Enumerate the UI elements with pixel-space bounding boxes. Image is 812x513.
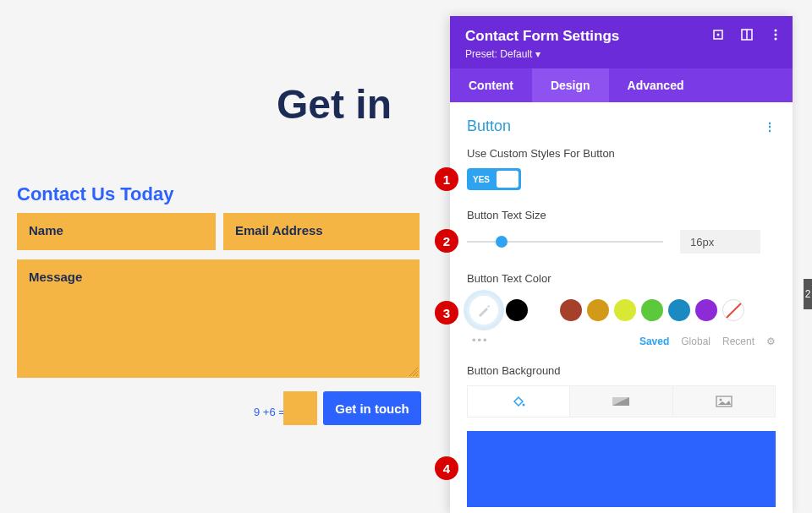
gear-icon[interactable]: ⚙ bbox=[766, 336, 776, 347]
gradient-icon bbox=[612, 396, 629, 407]
custom-styles-label: Use Custom Styles For Button bbox=[467, 147, 776, 160]
captcha-label: 9 +6 = bbox=[254, 406, 285, 418]
svg-point-1 bbox=[717, 34, 720, 36]
swatch-current[interactable] bbox=[467, 293, 501, 327]
svg-point-11 bbox=[719, 399, 721, 401]
page-heading: Get in bbox=[277, 81, 392, 128]
swatch-tabs: Saved Global Recent ⚙ bbox=[639, 336, 776, 347]
submit-button[interactable]: Get in touch bbox=[323, 391, 421, 425]
tab-content[interactable]: Content bbox=[450, 68, 532, 102]
bg-label: Button Background bbox=[467, 364, 776, 377]
svg-point-5 bbox=[775, 34, 777, 36]
text-size-value[interactable]: 16px bbox=[680, 230, 760, 254]
swatch-tab-global[interactable]: Global bbox=[681, 336, 710, 347]
swatch-0[interactable] bbox=[506, 299, 528, 321]
color-swatches bbox=[467, 293, 776, 327]
image-icon bbox=[716, 396, 732, 407]
right-edge-marker: 2 bbox=[804, 279, 812, 309]
custom-styles-toggle[interactable]: YES bbox=[467, 168, 521, 190]
swatch-2[interactable] bbox=[560, 299, 582, 321]
swatch-7[interactable] bbox=[695, 299, 717, 321]
swatch-tab-saved[interactable]: Saved bbox=[639, 336, 669, 347]
slider-thumb[interactable] bbox=[496, 236, 508, 248]
captcha-input[interactable] bbox=[283, 391, 317, 425]
paint-bucket-icon bbox=[511, 394, 526, 409]
panel-tabs: Content Design Advanced bbox=[450, 68, 793, 102]
bg-tab-image[interactable] bbox=[673, 386, 775, 417]
swatch-1[interactable] bbox=[533, 299, 555, 321]
swatch-more-icon[interactable]: ••• bbox=[472, 334, 489, 347]
text-size-label: Button Text Size bbox=[467, 209, 776, 221]
eyedropper-icon bbox=[476, 303, 491, 318]
bg-preview[interactable] bbox=[467, 431, 776, 507]
panel-header: Contact Form Settings Preset: Default ▾ bbox=[450, 16, 793, 68]
panel-body: Button ⋮ Use Custom Styles For Button YE… bbox=[450, 102, 793, 513]
swatch-6[interactable] bbox=[668, 299, 690, 321]
email-field[interactable]: Email Address bbox=[223, 213, 420, 250]
message-field[interactable]: Message bbox=[17, 259, 420, 378]
svg-point-6 bbox=[775, 38, 777, 41]
annotation-2: 2 bbox=[435, 229, 458, 253]
swatch-3[interactable] bbox=[587, 299, 609, 321]
bg-tab-color[interactable] bbox=[468, 386, 570, 417]
swatch-none[interactable] bbox=[722, 299, 744, 321]
annotation-3: 3 bbox=[435, 301, 458, 325]
bg-tab-gradient[interactable] bbox=[570, 386, 672, 417]
name-field[interactable]: Name bbox=[17, 213, 216, 250]
panel-preset[interactable]: Preset: Default ▾ bbox=[465, 48, 777, 60]
svg-point-7 bbox=[523, 404, 525, 407]
tab-design[interactable]: Design bbox=[532, 68, 609, 102]
section-menu-icon[interactable]: ⋮ bbox=[764, 120, 776, 134]
annotation-1: 1 bbox=[435, 167, 458, 191]
bg-tabs bbox=[467, 385, 776, 417]
text-color-label: Button Text Color bbox=[467, 272, 776, 285]
toggle-knob bbox=[497, 171, 518, 188]
text-size-slider[interactable] bbox=[467, 241, 663, 243]
swatch-tab-recent[interactable]: Recent bbox=[722, 336, 754, 347]
resize-handle-icon[interactable] bbox=[409, 368, 418, 376]
svg-point-4 bbox=[775, 30, 777, 32]
expand-icon[interactable] bbox=[711, 28, 725, 41]
section-title[interactable]: Button bbox=[467, 117, 511, 135]
columns-icon[interactable] bbox=[740, 28, 754, 41]
toggle-yes-label: YES bbox=[467, 175, 490, 184]
form-title: Contact Us Today bbox=[17, 183, 173, 205]
annotation-4: 4 bbox=[435, 456, 458, 480]
message-label: Message bbox=[29, 270, 82, 284]
tab-advanced[interactable]: Advanced bbox=[609, 68, 703, 102]
more-icon[interactable] bbox=[769, 28, 782, 41]
swatch-4[interactable] bbox=[614, 299, 636, 321]
swatch-5[interactable] bbox=[641, 299, 663, 321]
settings-panel: Contact Form Settings Preset: Default ▾ … bbox=[450, 16, 793, 513]
